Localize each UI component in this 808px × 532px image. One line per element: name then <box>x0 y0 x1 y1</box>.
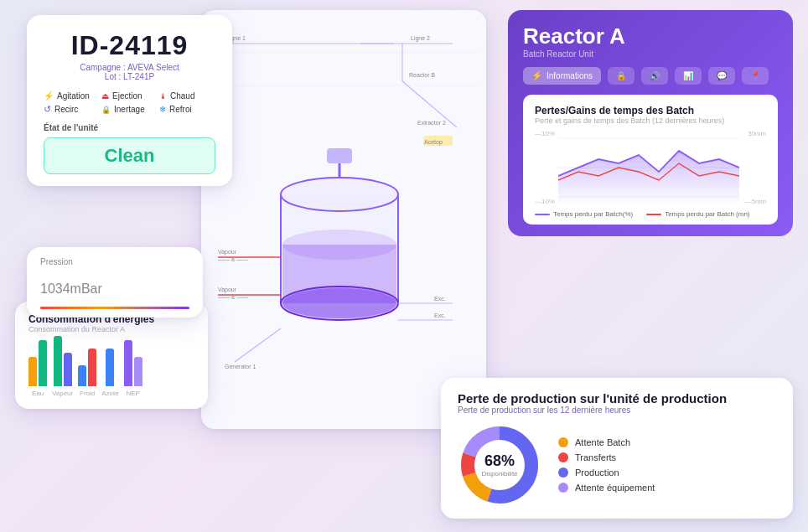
bar-label-eau: Eau <box>32 390 44 397</box>
dot-production <box>558 467 568 478</box>
chaud-label: Chaud <box>170 91 194 101</box>
bar-azote-1 <box>106 349 114 386</box>
loc-tab-icon: 📍 <box>750 71 760 80</box>
pressure-value: 1034mBar <box>40 266 189 300</box>
info-tab-icon: ⚡ <box>531 70 543 81</box>
bar-froid-2 <box>88 349 96 386</box>
legend-attente-equip: Attente équipement <box>558 483 655 493</box>
legend-red-line <box>646 214 661 215</box>
dashboard: Ligne 1 Ligne 2 Reactor B Extractor 2 Ac… <box>0 0 808 532</box>
donut-chart: 68% Disponibilité <box>458 423 541 507</box>
production-card: Perte de production sur l'unité de produ… <box>441 378 793 519</box>
bar-label-nep: NEP <box>126 390 139 397</box>
tab-message[interactable]: 💬 <box>708 67 735 85</box>
label-attente-batch: Attente Batch <box>575 437 630 447</box>
bar-label-vapeur: Vapeur <box>52 390 73 397</box>
reactor-card: Reactor A Batch Reactor Unit ⚡ Informati… <box>508 10 793 236</box>
lightning-icon <box>44 91 54 101</box>
production-subtitle: Perte de production sur les 12 dernière … <box>458 405 776 415</box>
legend-production: Production <box>558 467 655 478</box>
bar-vapeur-1 <box>54 336 62 386</box>
svg-text:Exc.: Exc. <box>434 296 446 302</box>
svg-line-30 <box>235 328 281 362</box>
chart-legend: Temps perdu par Batch(%) Temps perdu par… <box>535 210 766 218</box>
msg-tab-icon: 💬 <box>717 71 727 80</box>
label-attente-equip: Attente équipement <box>575 483 655 493</box>
bar-nep-1 <box>124 340 132 386</box>
bar-group-nep: NEP <box>124 340 142 397</box>
pressure-bar <box>40 307 189 309</box>
svg-text:Vapour: Vapour <box>218 287 237 293</box>
agitation-label: Agitation <box>57 91 90 101</box>
svg-text:——  a ——: —— a —— <box>218 256 248 262</box>
recirc-label: Recirc <box>54 105 78 114</box>
agitation-icon-item: Agitation <box>44 91 100 101</box>
bar-label-azote: Azote <box>101 390 118 397</box>
tab-info-label: Informations <box>546 71 593 80</box>
svg-text:Acetop: Acetop <box>424 139 443 146</box>
bar-label-froid: Froid <box>80 390 95 397</box>
bar-eau-1 <box>28 357 37 386</box>
reactor-tabs: ⚡ Informations 🔒 🔊 📊 💬 📍 <box>523 67 778 85</box>
svg-text:Ligne 2: Ligne 2 <box>411 35 430 42</box>
chaud-icon-item: Chaud <box>159 91 215 101</box>
hot-icon <box>159 91 167 101</box>
legend-purple-line <box>535 214 550 215</box>
tab-informations[interactable]: ⚡ Informations <box>523 67 601 85</box>
state-section-label: État de l'unité <box>44 123 215 132</box>
chart-subtitle: Perte et gains de temps des Batch (12 de… <box>535 116 766 125</box>
chart-svg <box>558 130 739 205</box>
tab-lock[interactable]: 🔒 <box>608 67 634 85</box>
chart-tab-icon: 📊 <box>683 71 693 80</box>
tab-chart[interactable]: 📊 <box>675 67 702 85</box>
campaign-label: Campagne : AVEVA Select <box>44 63 215 72</box>
label-production: Production <box>575 467 619 478</box>
pressure-label: Pression <box>40 257 189 266</box>
id-number: ID-24119 <box>44 30 215 61</box>
production-title: Perte de production sur l'unité de produ… <box>458 391 776 405</box>
bar-group-vapeur: Vapeur <box>52 336 73 397</box>
bar-vapeur-2 <box>64 353 72 386</box>
inertage-label: Inertage <box>114 105 145 114</box>
batch-chart-container: Pertes/Gains de temps des Batch Perte et… <box>523 95 778 225</box>
pressure-unit: mBar <box>70 281 102 296</box>
clean-badge: Clean <box>44 137 215 174</box>
svg-text:Reactor B: Reactor B <box>409 72 435 78</box>
donut-center: 68% Disponibilité <box>481 452 517 478</box>
icons-grid: Agitation Ejection Chaud Recirc Inertage… <box>44 91 215 115</box>
inert-icon <box>101 105 111 114</box>
donut-label: Disponibilité <box>481 470 517 478</box>
refroi-label: Refroi <box>169 105 192 114</box>
eject-icon <box>101 91 109 101</box>
legend-purple-label: Temps perdu par Batch(%) <box>553 210 633 218</box>
legend-transferts: Transferts <box>558 452 655 462</box>
svg-text:Generator 1: Generator 1 <box>225 364 256 369</box>
bar-froid-1 <box>78 365 86 386</box>
legend-attente-batch: Attente Batch <box>558 437 655 447</box>
energy-subtitle: Consommation du Reactor A <box>28 325 194 333</box>
sound-tab-icon: 🔊 <box>650 71 660 80</box>
pressure-card: Pression 1034mBar <box>27 247 203 318</box>
svg-point-17 <box>282 288 396 318</box>
chart-area: —10% —10% 30min —5min <box>535 130 766 205</box>
chart-title: Pertes/Gains de temps des Batch <box>535 105 766 116</box>
reactor-title: Reactor A <box>523 23 778 49</box>
svg-rect-23 <box>327 148 352 163</box>
cold-icon <box>159 105 166 114</box>
tab-sound[interactable]: 🔊 <box>641 67 668 85</box>
bar-group-eau: Eau <box>28 340 47 397</box>
donut-percentage: 68% <box>481 452 517 470</box>
production-content: 68% Disponibilité Attente Batch Transfer… <box>458 423 776 507</box>
tab-location[interactable]: 📍 <box>742 67 769 85</box>
ejection-icon-item: Ejection <box>101 91 158 101</box>
diagram-card: Ligne 1 Ligne 2 Reactor B Extractor 2 Ac… <box>201 10 486 429</box>
energy-bar-chart: Eau Vapeur Froid <box>28 340 194 399</box>
chart-y-axis-left: —10% —10% <box>535 130 555 205</box>
svg-text:Vapour: Vapour <box>218 249 237 256</box>
dot-transferts <box>558 452 568 462</box>
svg-text:Extractor 2: Extractor 2 <box>417 120 446 126</box>
recirc-icon-item: Recirc <box>44 104 100 115</box>
id-card: ID-24119 Campagne : AVEVA Select Lot : L… <box>27 15 232 186</box>
energy-card: Consommation d'énergies Consommation du … <box>15 302 208 409</box>
lot-label: Lot : LT-241P <box>44 72 215 81</box>
